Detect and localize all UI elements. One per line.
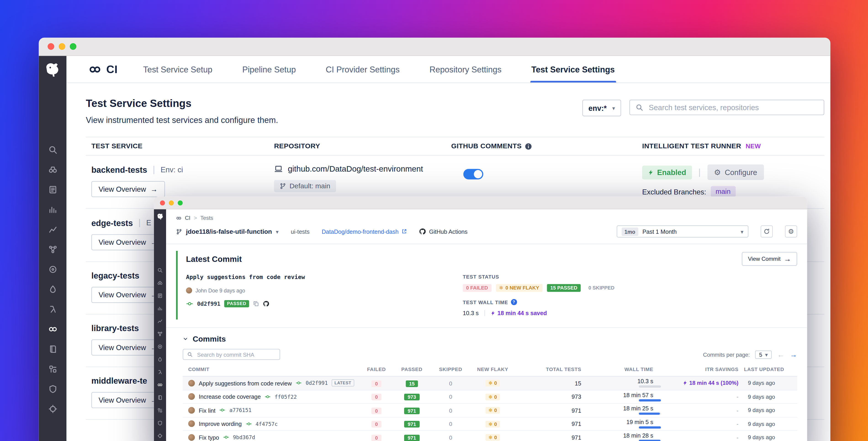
- next-page-button[interactable]: →: [790, 350, 797, 358]
- sidebar-icon-integrations[interactable]: [48, 364, 57, 374]
- failed-badge: 0 FAILED: [463, 284, 491, 292]
- commit-search-input[interactable]: [196, 351, 276, 358]
- total-tests: 971: [516, 407, 584, 414]
- minimize-window-button[interactable]: [59, 43, 65, 50]
- failed-count: 0: [372, 407, 381, 414]
- sidebar-icon-watchdog[interactable]: [48, 165, 57, 174]
- sidebar-icon-metrics[interactable]: [157, 319, 163, 324]
- maximize-window-button[interactable]: [70, 43, 76, 50]
- minimize-window-button[interactable]: [169, 200, 174, 205]
- commit-sha[interactable]: 4f4757c: [256, 421, 278, 427]
- test-service-label[interactable]: ui-tests: [291, 228, 310, 235]
- commit-sha[interactable]: 0d2f991: [306, 380, 328, 386]
- commit-sha[interactable]: 0d2f991: [197, 301, 220, 307]
- service-name[interactable]: backend-tests: [91, 165, 147, 174]
- copy-icon[interactable]: [253, 301, 259, 307]
- help-icon[interactable]: ?: [511, 299, 517, 305]
- sidebar-icon-security[interactable]: [48, 384, 57, 394]
- sidebar-icon-notebooks[interactable]: [157, 395, 163, 400]
- commit-row[interactable]: Increase code coverage ff05f22 0 973 0 ❄…: [183, 390, 797, 404]
- commit-row[interactable]: Fix typo 9bd367d 0 971 0 ❄0 971 18 min 2…: [183, 431, 797, 441]
- env-filter-dropdown[interactable]: env:* ▾: [582, 99, 621, 116]
- sidebar-icon-synthetics[interactable]: [157, 344, 163, 349]
- tests-header: CI > Tests jdoe118/is-false-util-functio…: [166, 209, 807, 244]
- main-window-titlebar[interactable]: [39, 38, 831, 56]
- branch-selector[interactable]: jdoe118/is-false-util-function ▾: [176, 228, 279, 235]
- new-flaky-count: ❄0: [486, 394, 500, 400]
- configure-button[interactable]: ⚙ Configure: [707, 165, 764, 180]
- service-name[interactable]: legacy-tests: [91, 271, 140, 280]
- commit-message[interactable]: Apply suggestions from code review: [199, 380, 292, 386]
- arrow-right-icon: →: [784, 255, 791, 263]
- sidebar-icon-ci[interactable]: [48, 324, 57, 334]
- sidebar-icon-watchdog[interactable]: [157, 280, 163, 286]
- previous-page-button[interactable]: ←: [777, 350, 785, 358]
- tab-ci-provider-settings[interactable]: CI Provider Settings: [326, 56, 400, 83]
- per-page-select[interactable]: 5 ▾: [755, 350, 772, 358]
- tests-window-titlebar[interactable]: [154, 197, 807, 209]
- datadog-logo-icon[interactable]: [156, 213, 164, 221]
- breadcrumb-app[interactable]: CI: [185, 215, 190, 221]
- commit-sha[interactable]: a776151: [229, 407, 251, 413]
- sidebar-icon-security[interactable]: [157, 420, 163, 426]
- chevron-down-icon: ▾: [765, 351, 768, 358]
- time-range-dropdown[interactable]: 1mo Past 1 Month ▾: [617, 225, 748, 237]
- service-name[interactable]: middleware-te: [91, 376, 147, 385]
- service-search-input[interactable]: [648, 103, 818, 112]
- commit-message[interactable]: Increase code coverage: [199, 393, 261, 400]
- wall-time-bar: [639, 385, 661, 388]
- sidebar-icon-integrations[interactable]: [157, 408, 163, 413]
- github-icon[interactable]: [263, 301, 269, 307]
- close-window-button[interactable]: [160, 200, 165, 205]
- commit-message[interactable]: Apply suggestions from code review: [186, 273, 463, 280]
- sidebar-icon-ci[interactable]: [157, 382, 163, 387]
- commit-message[interactable]: Fix lint: [199, 407, 216, 414]
- service-name[interactable]: edge-tests: [91, 218, 133, 227]
- commit-message[interactable]: Fix typo: [199, 434, 219, 441]
- close-window-button[interactable]: [48, 43, 54, 50]
- settings-button[interactable]: ⚙: [785, 225, 797, 237]
- repository-link[interactable]: DataDog/demo-frontend-dash: [321, 228, 407, 235]
- refresh-button[interactable]: [761, 225, 773, 237]
- sidebar-icon-settings[interactable]: [157, 433, 163, 439]
- excluded-branch-badge[interactable]: main: [711, 186, 736, 197]
- sidebar-icon-search[interactable]: [48, 145, 57, 154]
- commit-row[interactable]: Fix lint a776151 0 971 0 ❄0 971 18 min 2…: [183, 404, 797, 417]
- commit-sha[interactable]: 9bd367d: [233, 434, 255, 441]
- sidebar-icon-apm[interactable]: [48, 285, 57, 294]
- breadcrumb-page[interactable]: Tests: [200, 215, 213, 221]
- sidebar-icon-network[interactable]: [157, 331, 163, 336]
- search-icon: [636, 104, 643, 111]
- git-commit-icon: [265, 394, 271, 400]
- commit-sha[interactable]: ff05f22: [275, 394, 297, 400]
- service-name[interactable]: library-tests: [91, 323, 139, 333]
- repo-url[interactable]: github.com/DataDog/test-environment: [288, 165, 423, 173]
- maximize-window-button[interactable]: [178, 200, 183, 205]
- sidebar-icon-synthetics[interactable]: [48, 265, 57, 274]
- tab-test-service-setup[interactable]: Test Service Setup: [143, 56, 212, 83]
- sidebar-icon-dashboards[interactable]: [48, 205, 57, 214]
- sidebar-icon-metrics[interactable]: [48, 225, 57, 234]
- tab-repository-settings[interactable]: Repository Settings: [429, 56, 501, 83]
- commit-row[interactable]: Apply suggestions from code review 0d2f9…: [183, 377, 797, 390]
- sidebar-icon-serverless[interactable]: [48, 304, 57, 314]
- github-comments-toggle[interactable]: [463, 169, 483, 179]
- datadog-logo-icon[interactable]: [43, 61, 62, 80]
- commit-message[interactable]: Improve wording: [199, 420, 242, 427]
- tab-test-service-settings[interactable]: Test Service Settings: [531, 56, 615, 83]
- chevron-down-icon[interactable]: [183, 336, 188, 342]
- view-commit-button[interactable]: View Commit →: [742, 252, 797, 266]
- tab-pipeline-setup[interactable]: Pipeline Setup: [242, 56, 296, 83]
- sidebar-icon-dashboards[interactable]: [157, 306, 163, 311]
- sidebar-icon-serverless[interactable]: [157, 369, 163, 375]
- sidebar-icon-search[interactable]: [157, 268, 163, 273]
- sidebar-icon-apm[interactable]: [157, 357, 163, 362]
- commit-row[interactable]: Improve wording 4f4757c 0 971 0 ❄0 971 1…: [183, 417, 797, 431]
- info-icon[interactable]: [525, 143, 532, 150]
- sidebar-icon-network[interactable]: [48, 245, 57, 254]
- sidebar-icon-notebooks[interactable]: [48, 344, 57, 354]
- sidebar-icon-logs[interactable]: [157, 293, 163, 298]
- sidebar-icon-logs[interactable]: [48, 185, 57, 194]
- view-overview-button[interactable]: View Overview →: [91, 181, 165, 197]
- sidebar-icon-settings[interactable]: [48, 404, 57, 414]
